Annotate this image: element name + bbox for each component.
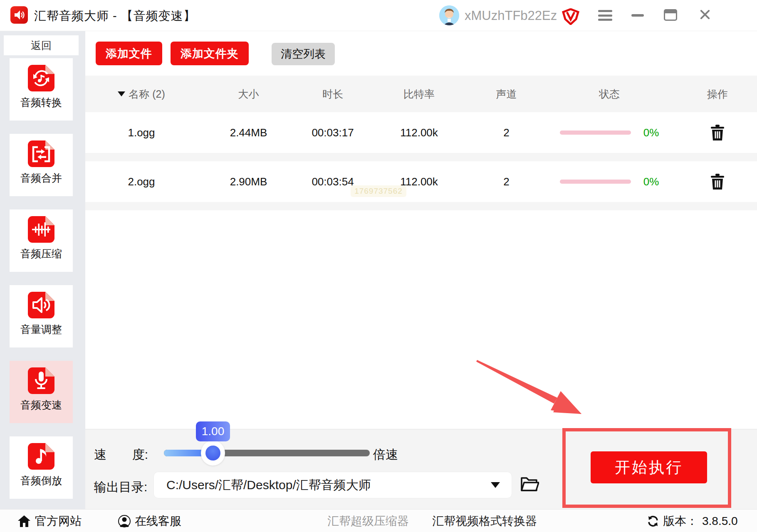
- trash-icon: [710, 125, 725, 140]
- sidebar-item-audio-convert[interactable]: 音频转换: [10, 58, 73, 121]
- sidebar-item-audio-merge[interactable]: 音频合并: [10, 134, 73, 196]
- chevron-down-icon: [491, 482, 500, 488]
- output-dir-label: 输出目录:: [94, 479, 147, 496]
- sidebar-item-volume-adjust[interactable]: 音量调整: [10, 285, 73, 347]
- minimize-icon[interactable]: [631, 14, 644, 17]
- output-dir-select[interactable]: C:/Users/汇帮/Desktop/汇帮音频大师: [154, 472, 512, 498]
- support-person-icon: [118, 515, 131, 527]
- close-icon[interactable]: [698, 7, 712, 22]
- header-channels: 声道: [472, 87, 541, 101]
- delete-file-button[interactable]: [710, 174, 725, 190]
- header-action: 操作: [678, 87, 757, 101]
- file-duration: 00:03:17: [299, 126, 366, 139]
- app-logo-icon: [10, 6, 28, 24]
- sidebar-item-label: 音频倒放: [10, 474, 73, 488]
- sidebar-item-label: 音频转换: [10, 96, 73, 109]
- start-execute-button[interactable]: 开始执行: [591, 451, 707, 483]
- header-status: 状态: [541, 87, 678, 101]
- add-folder-button[interactable]: 添加文件夹: [171, 42, 249, 65]
- file-status: 0%: [541, 126, 678, 139]
- delete-file-button[interactable]: [710, 125, 725, 140]
- add-file-button[interactable]: 添加文件: [96, 42, 162, 65]
- progress-percent: 0%: [643, 175, 659, 188]
- version-info[interactable]: 版本：3.8.5.0: [647, 510, 738, 532]
- header-bitrate: 比特率: [366, 87, 472, 101]
- audio-reverse-icon: [28, 443, 54, 470]
- toolbar: 添加文件 添加文件夹 清空列表: [85, 31, 757, 76]
- audio-merge-icon: [28, 140, 54, 167]
- clear-list-button[interactable]: 清空列表: [272, 43, 335, 65]
- official-site-link[interactable]: 官方网站: [17, 510, 82, 532]
- menu-icon[interactable]: [598, 10, 612, 21]
- audio-compress-icon: [28, 216, 54, 243]
- progress-percent: 0%: [643, 126, 659, 139]
- header-duration: 时长: [299, 87, 366, 101]
- file-name: 1.ogg: [85, 126, 198, 139]
- title-bar: 汇帮音频大师 - 【音频变速】 xMUzhTFb22Ez: [0, 0, 757, 31]
- speed-label: 速度:: [94, 446, 148, 463]
- audio-speed-icon: [28, 367, 54, 394]
- user-avatar[interactable]: [439, 5, 459, 25]
- refresh-icon: [647, 515, 659, 527]
- sidebar-item-audio-reverse[interactable]: 音频倒放: [10, 436, 73, 499]
- table-row[interactable]: 2.ogg 2.90MB 00:03:54 112.00k 2 0%: [85, 161, 757, 202]
- output-dir-value: C:/Users/汇帮/Desktop/汇帮音频大师: [166, 477, 491, 494]
- trash-icon: [710, 174, 725, 190]
- sidebar-item-audio-speed[interactable]: 音频变速: [10, 361, 73, 423]
- speed-value-tooltip: 1.00: [196, 421, 230, 441]
- file-bitrate: 112.00k: [366, 126, 472, 139]
- online-support-link[interactable]: 在线客服: [118, 510, 181, 532]
- file-channels: 2: [472, 175, 541, 188]
- progress-bar: [560, 131, 631, 135]
- vip-badge-icon[interactable]: [562, 8, 580, 25]
- audio-convert-icon: [28, 65, 54, 91]
- header-size: 大小: [198, 87, 299, 101]
- table-header: 名称 (2) 大小 时长 比特率 声道 状态 操作: [85, 76, 757, 112]
- folder-icon: [520, 475, 539, 493]
- file-list: 1.ogg 2.44MB 00:03:17 112.00k 2 0%: [85, 112, 757, 429]
- sidebar-item-label: 音量调整: [10, 323, 73, 336]
- sidebar-item-audio-compress[interactable]: 音频压缩: [10, 209, 73, 272]
- file-size: 2.90MB: [198, 175, 299, 188]
- sidebar: 返回 音频转换: [0, 31, 85, 509]
- watermark-text: 1769737562: [351, 185, 406, 197]
- username-text: xMUzhTFb22Ez: [465, 8, 557, 23]
- speed-unit-label: 倍速: [373, 446, 398, 463]
- volume-adjust-icon: [28, 292, 54, 318]
- file-status: 0%: [541, 175, 678, 188]
- footer-bar: 官方网站 在线客服 汇帮超级压缩器 汇帮视频格式转换器 版本：3.8.5.0: [0, 509, 757, 532]
- home-icon: [17, 515, 31, 527]
- app-window: 汇帮音频大师 - 【音频变速】 xMUzhTFb22Ez 返回: [0, 0, 757, 532]
- file-channels: 2: [472, 126, 541, 139]
- file-name: 2.ogg: [85, 175, 198, 188]
- speed-slider-track[interactable]: [164, 450, 370, 456]
- compressor-link[interactable]: 汇帮超级压缩器: [327, 510, 409, 532]
- sidebar-item-label: 音频压缩: [10, 247, 73, 261]
- maximize-icon[interactable]: [664, 9, 677, 21]
- video-converter-link[interactable]: 汇帮视频格式转换器: [432, 510, 537, 532]
- version-number: 3.8.5.0: [702, 515, 738, 528]
- header-name[interactable]: 名称 (2): [85, 87, 198, 101]
- file-size: 2.44MB: [198, 126, 299, 139]
- speed-slider-thumb[interactable]: [201, 441, 225, 466]
- sidebar-item-label: 音频合并: [10, 171, 73, 185]
- sidebar-item-label: 音频变速: [10, 398, 73, 412]
- sort-caret-icon: [118, 91, 125, 96]
- row-separator: [85, 202, 757, 210]
- browse-folder-button[interactable]: [520, 475, 539, 494]
- progress-bar: [560, 180, 631, 184]
- window-title: 汇帮音频大师 - 【音频变速】: [34, 8, 196, 25]
- back-button[interactable]: 返回: [4, 35, 79, 55]
- table-row[interactable]: 1.ogg 2.44MB 00:03:17 112.00k 2 0%: [85, 112, 757, 153]
- row-separator: [85, 153, 757, 161]
